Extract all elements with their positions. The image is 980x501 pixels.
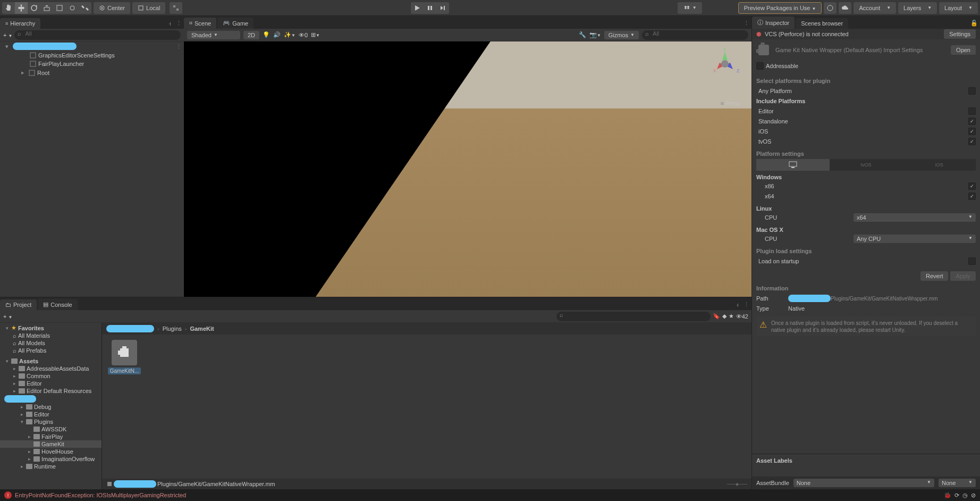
- hidden-count[interactable]: 👁42: [736, 313, 748, 320]
- addressable-checkbox[interactable]: [756, 62, 764, 70]
- pivot-toggle[interactable]: Center: [94, 2, 130, 14]
- platform-checkbox[interactable]: ✓: [968, 138, 976, 145]
- scenes-browser-tab[interactable]: Scenes browser: [796, 18, 848, 29]
- filter-icon[interactable]: 🔖: [713, 313, 720, 320]
- status-icon[interactable]: ⟳: [954, 492, 959, 499]
- step-button[interactable]: [436, 2, 449, 14]
- rect-tool[interactable]: [53, 2, 66, 14]
- projection-label[interactable]: ≡ Persp: [721, 100, 741, 106]
- 2d-toggle[interactable]: 2D: [243, 31, 259, 39]
- game-tab[interactable]: 🎮Game: [217, 18, 254, 29]
- any-platform-checkbox[interactable]: [968, 87, 976, 95]
- move-tool[interactable]: [15, 2, 28, 14]
- project-tree-item[interactable]: ▸Editor: [0, 411, 102, 418]
- scene-root[interactable]: ▾ ⋮: [0, 41, 184, 51]
- inspector-tab[interactable]: ⓘInspector: [752, 16, 795, 29]
- project-tree-item[interactable]: GameKit: [0, 440, 102, 448]
- project-tree-item[interactable]: AWSSDK: [0, 425, 102, 433]
- project-tree-item[interactable]: ▸Runtime: [0, 463, 102, 470]
- pause-button[interactable]: [424, 2, 436, 14]
- breadcrumb-item[interactable]: GameKit: [190, 325, 214, 332]
- platform-tab-tvos[interactable]: tvOS: [830, 159, 903, 171]
- hierarchy-item[interactable]: FairPlayLauncher: [0, 60, 184, 68]
- hand-tool[interactable]: [2, 2, 15, 14]
- platform-checkbox[interactable]: ✓: [968, 118, 976, 125]
- panel-menu-icon[interactable]: ⋮: [741, 299, 751, 310]
- play-button[interactable]: [411, 2, 424, 14]
- camera-icon[interactable]: 📷▼: [589, 31, 601, 38]
- load-startup-checkbox[interactable]: [968, 257, 976, 265]
- services-icon[interactable]: [824, 2, 837, 14]
- preview-packages-button[interactable]: Preview Packages in Use ▼: [738, 2, 822, 14]
- hierarchy-item[interactable]: ▸Root: [0, 68, 184, 77]
- transform-tool[interactable]: [66, 2, 79, 14]
- revert-button[interactable]: Revert: [920, 271, 948, 281]
- hierarchy-item[interactable]: GraphicsEditorSceneSettings: [0, 51, 184, 60]
- grid-icon[interactable]: ⊞▼: [311, 31, 320, 38]
- panel-menu-icon[interactable]: ⋮: [741, 18, 751, 29]
- project-tree-item[interactable]: ▸Editor: [0, 380, 102, 387]
- project-tree-item[interactable]: ▸Debug: [0, 403, 102, 411]
- layout-dropdown[interactable]: Layout▼: [939, 2, 978, 14]
- project-tree-item[interactable]: ▾Plugins: [0, 418, 102, 425]
- scene-search[interactable]: All: [642, 30, 748, 40]
- x64-checkbox[interactable]: ✓: [968, 193, 976, 200]
- scale-tool[interactable]: [40, 2, 53, 14]
- light-icon[interactable]: 💡: [263, 31, 270, 38]
- maximize-icon[interactable]: ⫞: [734, 299, 741, 310]
- project-search[interactable]: [556, 312, 711, 321]
- asset-item[interactable]: GameKitN...: [107, 340, 141, 374]
- layers-dropdown[interactable]: Layers▼: [898, 2, 937, 14]
- open-button[interactable]: Open: [951, 45, 976, 55]
- snap-toggle[interactable]: [170, 2, 182, 14]
- assets-header[interactable]: ▾Assets: [0, 357, 102, 365]
- project-tree-item[interactable]: ▸HovelHouse: [0, 448, 102, 455]
- gizmos-dropdown[interactable]: Gizmos▼: [604, 31, 639, 39]
- filter-type-icon[interactable]: ◆: [722, 313, 726, 320]
- create-dropdown[interactable]: + ▼: [3, 313, 12, 320]
- platform-checkbox[interactable]: [968, 107, 976, 115]
- platform-tab-ios[interactable]: iOS: [902, 159, 976, 171]
- vcs-settings-button[interactable]: Settings: [944, 29, 976, 39]
- rotate-tool[interactable]: [28, 2, 40, 14]
- hierarchy-tab[interactable]: ≡Hierarchy: [0, 18, 40, 29]
- platform-tab-standalone[interactable]: [756, 159, 830, 171]
- cloud-icon[interactable]: [839, 2, 851, 14]
- status-bar[interactable]: ! EntryPointNotFoundException: IOSIsMult…: [0, 489, 980, 501]
- maximize-icon[interactable]: ⫞: [166, 18, 174, 29]
- asset-grid[interactable]: GameKitN...: [102, 335, 751, 479]
- linux-cpu-dropdown[interactable]: x64▼: [854, 213, 976, 222]
- hierarchy-search[interactable]: All: [14, 30, 181, 40]
- favorite-item[interactable]: ⌕ All Prefabs: [0, 347, 102, 354]
- status-icon[interactable]: ◷: [962, 492, 968, 499]
- favorite-item[interactable]: ⌕ All Models: [0, 339, 102, 347]
- handle-toggle[interactable]: Local: [132, 2, 165, 14]
- hidden-icon[interactable]: 👁0: [299, 32, 308, 38]
- status-icon[interactable]: ⊘: [971, 492, 976, 499]
- create-dropdown[interactable]: + ▼: [3, 32, 12, 38]
- tools-icon[interactable]: 🔧: [579, 31, 586, 38]
- panel-menu-icon[interactable]: ⋮: [174, 18, 184, 29]
- orientation-gizmo[interactable]: y x z: [709, 47, 741, 84]
- scene-tab[interactable]: ⌗Scene: [184, 18, 216, 29]
- mac-cpu-dropdown[interactable]: Any CPU▼: [854, 235, 976, 243]
- lock-icon[interactable]: 🔓: [968, 18, 980, 29]
- assetbundle-variant-dropdown[interactable]: None▼: [939, 479, 976, 487]
- favorites-header[interactable]: ▾★Favorites: [0, 324, 102, 332]
- shading-dropdown[interactable]: Shaded▼: [187, 31, 240, 39]
- collab-dropdown[interactable]: ▼: [678, 2, 702, 14]
- project-tree-item[interactable]: ▸AddressableAssetsData: [0, 365, 102, 372]
- project-tree-item[interactable]: ▸FairPlay: [0, 433, 102, 440]
- fx-icon[interactable]: ✨▼: [284, 31, 295, 38]
- status-icon[interactable]: 🐞: [944, 492, 951, 499]
- console-tab[interactable]: ▤Console: [38, 299, 77, 310]
- audio-icon[interactable]: 🔊: [273, 31, 281, 38]
- platform-checkbox[interactable]: ✓: [968, 128, 976, 135]
- project-tree-item[interactable]: ▸Editor Default Resources: [0, 387, 102, 395]
- account-dropdown[interactable]: Account▼: [854, 2, 896, 14]
- assetbundle-dropdown[interactable]: None▼: [793, 479, 934, 487]
- project-tree-item[interactable]: ▸ImaginationOverflow: [0, 455, 102, 463]
- custom-tool[interactable]: [79, 2, 91, 14]
- favorite-item[interactable]: ⌕ All Materials: [0, 332, 102, 339]
- apply-button[interactable]: Apply: [950, 271, 976, 281]
